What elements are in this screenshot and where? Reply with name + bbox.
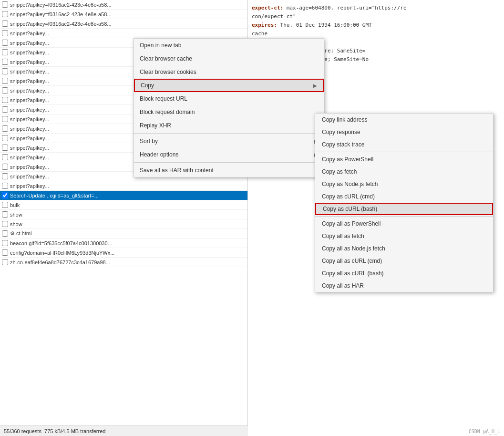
row-checkbox[interactable]: [2, 40, 8, 46]
transfer-size: 775 kB/4.5 MB transferred: [44, 428, 105, 434]
row-checkbox[interactable]: [2, 11, 8, 17]
submenu-item-copy-link-address[interactable]: Copy link address: [315, 114, 493, 126]
row-checkbox[interactable]: [2, 30, 8, 36]
row-text: snippet?apikey...: [10, 78, 49, 84]
request-row[interactable]: beacon.gif?id=5f635cc5f07a4c001300030...: [0, 239, 247, 248]
row-text: snippet?apikey...: [10, 174, 49, 179]
submenu-item-label: Copy all as HAR: [322, 282, 364, 289]
request-row[interactable]: snippet?apikey...: [0, 29, 247, 38]
submenu-item-copy-all-har[interactable]: Copy all as HAR: [315, 280, 493, 292]
menu-item-label: Clear browser cache: [140, 55, 192, 62]
row-checkbox[interactable]: [2, 1, 8, 8]
request-row[interactable]: Search-Update...cgiid=as_glt&start=...: [0, 191, 247, 200]
row-checkbox[interactable]: [2, 173, 8, 179]
context-menu-secondary: Copy link addressCopy responseCopy stack…: [315, 113, 494, 292]
row-checkbox[interactable]: [2, 164, 8, 170]
submenu-item-copy-curl-cmd[interactable]: Copy as cURL (cmd): [315, 190, 493, 203]
row-text: bulk: [10, 202, 20, 208]
request-row[interactable]: snippet?apikey=f0316ac2-423e-4e8e-a58...: [0, 10, 247, 19]
row-text: snippet?apikey=f0316ac2-423e-4e8e-a58...: [10, 21, 112, 27]
submenu-item-copy-fetch[interactable]: Copy as fetch: [315, 166, 493, 178]
submenu-item-label: Copy all as fetch: [322, 233, 364, 239]
row-checkbox[interactable]: [2, 78, 8, 84]
header-line: cache: [252, 30, 500, 38]
row-checkbox[interactable]: [2, 68, 8, 74]
submenu-item-copy-response[interactable]: Copy response: [315, 126, 493, 138]
row-checkbox[interactable]: [2, 249, 8, 256]
header-key: expect-ct:: [252, 5, 283, 11]
menu-item-label: Block request domain: [140, 109, 195, 115]
menu-item-label: Header options: [140, 151, 178, 158]
submenu-item-label: Copy link address: [322, 116, 367, 123]
row-checkbox[interactable]: [2, 211, 8, 218]
request-row[interactable]: zh-cn-eaf8ef4e6a8d76727c3c4a1679a98...: [0, 258, 247, 267]
submenu-item-label: Copy as cURL (cmd): [322, 193, 375, 200]
menu-item-clear-cookies[interactable]: Clear browser cookies: [134, 65, 324, 79]
submenu-item-copy-curl-bash[interactable]: Copy as cURL (bash): [315, 203, 493, 215]
row-checkbox[interactable]: [2, 202, 8, 208]
row-checkbox[interactable]: [2, 21, 8, 27]
submenu-item-copy-all-nodejs-fetch[interactable]: Copy all as Node.js fetch: [315, 242, 493, 255]
row-checkbox[interactable]: [2, 135, 8, 141]
header-line: con/expect-ct": [252, 12, 500, 21]
row-checkbox[interactable]: [2, 49, 8, 55]
row-checkbox[interactable]: [2, 192, 8, 198]
menu-item-block-domain[interactable]: Block request domain: [134, 105, 324, 119]
request-count: 55/360 requests: [4, 428, 41, 434]
row-checkbox[interactable]: [2, 87, 8, 93]
request-row[interactable]: snippet?apikey=f0316ac2-423e-4e8e-a58...: [0, 0, 247, 10]
submenu-item-copy-stack-trace[interactable]: Copy stack trace: [315, 138, 493, 151]
menu-item-clear-cache[interactable]: Clear browser cache: [134, 52, 324, 65]
submenu-item-copy-nodejs-fetch[interactable]: Copy as Node.js fetch: [315, 178, 493, 190]
request-row[interactable]: show: [0, 219, 247, 229]
row-checkbox[interactable]: [2, 106, 8, 113]
row-text: show: [10, 221, 22, 227]
row-text: zh-cn-eaf8ef4e6a8d76727c3c4a1679a98...: [10, 260, 110, 265]
row-checkbox[interactable]: [2, 240, 8, 246]
row-text: snippet?apikey=f0316ac2-423e-4e8e-a58...: [10, 2, 112, 8]
row-text: snippet?apikey...: [10, 50, 49, 55]
row-text: snippet?apikey...: [10, 69, 49, 74]
submenu-item-copy-all-curl-cmd[interactable]: Copy all as cURL (cmd): [315, 255, 493, 267]
header-line: expires: Thu, 01 Dec 1994 16:00:00 GMT: [252, 21, 500, 30]
menu-item-save-har[interactable]: Save all as HAR with content: [134, 164, 324, 177]
row-checkbox[interactable]: [2, 221, 8, 227]
row-checkbox[interactable]: [2, 116, 8, 122]
menu-item-block-url[interactable]: Block request URL: [134, 92, 324, 105]
row-checkbox[interactable]: [2, 59, 8, 65]
row-checkbox[interactable]: [2, 97, 8, 103]
header-key: expires:: [252, 22, 277, 28]
submenu-item-label: Copy as fetch: [322, 168, 357, 175]
request-row[interactable]: bulk: [0, 200, 247, 210]
menu-item-open-new-tab[interactable]: Open in new tab: [134, 39, 324, 52]
request-row[interactable]: snippet?apikey...: [0, 181, 247, 191]
row-text: snippet?apikey=f0316ac2-423e-4e8e-a58...: [10, 11, 112, 17]
row-checkbox[interactable]: [2, 145, 8, 151]
row-checkbox[interactable]: [2, 125, 8, 132]
submenu-item-label: Copy stack trace: [322, 141, 364, 148]
menu-item-sort-by[interactable]: Sort by▶: [134, 135, 324, 148]
row-checkbox[interactable]: [2, 183, 8, 189]
request-row[interactable]: show: [0, 210, 247, 219]
submenu-item-copy-powershell[interactable]: Copy as PowerShell: [315, 153, 493, 166]
submenu-item-copy-all-curl-bash[interactable]: Copy all as cURL (bash): [315, 267, 493, 280]
submenu-item-copy-all-fetch[interactable]: Copy all as fetch: [315, 230, 493, 242]
row-text: snippet?apikey...: [10, 31, 49, 36]
row-checkbox[interactable]: [2, 154, 8, 160]
submenu-item-label: Copy all as cURL (cmd): [322, 258, 382, 264]
submenu-separator: [315, 152, 493, 152]
request-row[interactable]: snippet?apikey=f0316ac2-423e-4e8e-a58...: [0, 19, 247, 29]
submenu-item-label: Copy as cURL (bash): [323, 206, 377, 212]
menu-item-copy[interactable]: Copy▶: [134, 79, 324, 92]
status-bar: 55/360 requests 775 kB/4.5 MB transferre…: [0, 426, 248, 436]
menu-item-header-options[interactable]: Header options▶: [134, 148, 324, 161]
request-row[interactable]: config?domain=aHR0cHM6Ly93d3NjuYWx...: [0, 248, 247, 258]
submenu-item-label: Copy as PowerShell: [322, 156, 373, 163]
submenu-item-copy-all-powershell[interactable]: Copy all as PowerShell: [315, 218, 493, 230]
row-checkbox[interactable]: [2, 259, 8, 265]
header-val: max-age=604800, report-uri="https://re: [283, 5, 406, 11]
row-checkbox[interactable]: [2, 230, 8, 237]
request-row[interactable]: ⚙ ct.html: [0, 229, 247, 239]
menu-item-replay-xhr[interactable]: Replay XHR: [134, 119, 324, 132]
menu-item-label: Copy: [141, 82, 154, 89]
